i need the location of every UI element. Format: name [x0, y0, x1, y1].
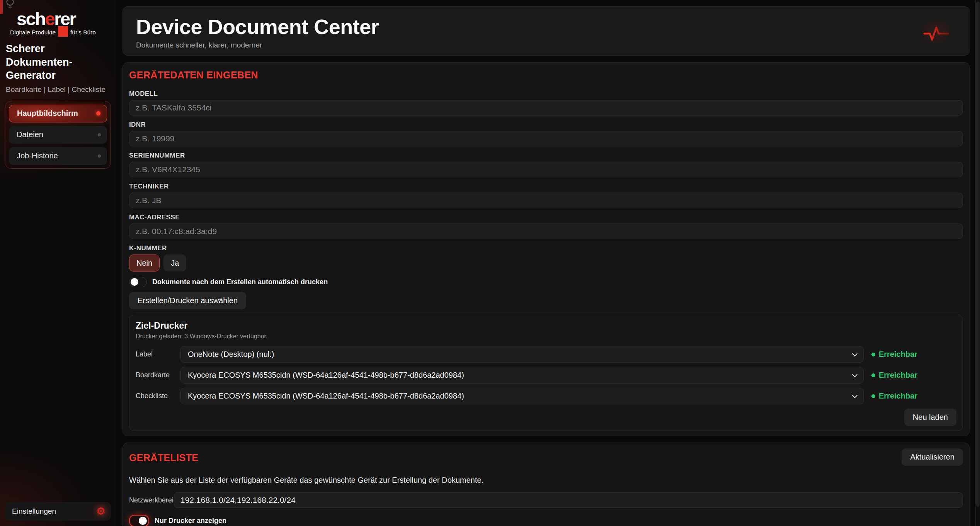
- printer-row-checkliste: Checkliste Kyocera ECOSYS M6535cidn (WSD…: [136, 388, 956, 404]
- brand-wordmark: scherer: [17, 11, 111, 27]
- page-subtitle: Dokumente schneller, klarer, moderner: [136, 41, 956, 49]
- chevron-down-icon: [852, 393, 858, 398]
- field-mac-adresse: MAC-ADRESSE: [129, 214, 963, 239]
- indicator-dot: [98, 154, 101, 158]
- toggle-knob: [131, 278, 138, 286]
- field-label: MODELL: [129, 90, 963, 98]
- printer-only-row: Nur Drucker anzeigen: [129, 515, 963, 526]
- nav-item-label: Hauptbildschirm: [17, 109, 78, 118]
- network-range-row: Netzwerkbereich: [129, 492, 963, 508]
- brand-accent-letter: e: [45, 8, 54, 29]
- main-content: Device Document Center Dokumente schnell…: [116, 0, 980, 526]
- printers-loaded-status: Drucker geladen: 3 Windows-Drucker verfü…: [136, 333, 956, 340]
- target-printer-title: Ziel-Drucker: [136, 321, 956, 331]
- printer-only-toggle[interactable]: [129, 515, 149, 526]
- app-root: scherer Digitale Produkte für's Büro Sch…: [0, 0, 980, 526]
- target-printer-panel: Ziel-Drucker Drucker geladen: 3 Windows-…: [129, 315, 963, 431]
- field-label: SERIENNUMMER: [129, 152, 963, 159]
- knummer-nein-button[interactable]: Nein: [129, 255, 160, 271]
- printer-status: Erreichbar: [864, 371, 956, 380]
- row-label: Label: [136, 350, 180, 358]
- idnr-input[interactable]: [129, 131, 963, 146]
- sidebar-item-job-historie[interactable]: Job-Historie: [9, 147, 107, 165]
- reload-row: Neu laden: [136, 409, 956, 426]
- scrollbar-thumb[interactable]: [976, 2, 980, 507]
- field-modell: MODELL: [129, 90, 963, 115]
- label-printer-select[interactable]: OneNote (Desktop) (nul:): [180, 346, 864, 363]
- chevron-down-icon: [852, 351, 858, 356]
- seriennummer-input[interactable]: [129, 162, 963, 177]
- page-title: Device Document Center: [136, 16, 956, 38]
- status-text: Erreichbar: [879, 371, 917, 380]
- checkliste-printer-select[interactable]: Kyocera ECOSYS M6535cidn (WSD-64a126af-4…: [180, 388, 864, 404]
- brand-prefix: sch: [17, 8, 45, 29]
- device-list-heading: GERÄTELISTE: [129, 452, 198, 463]
- auto-print-toggle[interactable]: [129, 277, 147, 287]
- tagline-left: Digitale Produkte: [10, 29, 56, 36]
- row-label: Boardkarte: [136, 371, 180, 379]
- network-range-input[interactable]: [174, 492, 963, 508]
- globe-icon: [5, 0, 15, 9]
- active-indicator-dot: [96, 111, 100, 115]
- field-label: MAC-ADRESSE: [129, 214, 963, 221]
- create-print-select-button[interactable]: Erstellen/Drucken auswählen: [129, 292, 246, 309]
- knummer-ja-button[interactable]: Ja: [163, 255, 186, 271]
- refresh-device-list-button[interactable]: Aktualisieren: [902, 448, 963, 466]
- knummer-options: Nein Ja: [129, 255, 963, 271]
- page-header: Device Document Center Dokumente schnell…: [122, 6, 970, 56]
- field-label: TECHNIKER: [129, 183, 963, 190]
- brand-suffix: rer: [54, 8, 75, 29]
- scrollbar[interactable]: [975, 0, 980, 526]
- toggle-knob: [139, 517, 147, 525]
- status-dot-icon: [871, 394, 875, 398]
- status-text: Erreichbar: [879, 392, 917, 400]
- device-data-heading: GERÄTEDATEN EINGEBEN: [129, 70, 963, 81]
- status-text: Erreichbar: [879, 350, 917, 359]
- selected-printer: OneNote (Desktop) (nul:): [188, 350, 274, 359]
- field-seriennummer: SERIENNUMMER: [129, 152, 963, 177]
- boardkarte-printer-select[interactable]: Kyocera ECOSYS M6535cidn (WSD-64a126af-4…: [180, 367, 864, 383]
- printer-row-boardkarte: Boardkarte Kyocera ECOSYS M6535cidn (WSD…: [136, 367, 956, 383]
- corner-accent-strip: [0, 0, 3, 14]
- row-label: Checkliste: [136, 392, 180, 400]
- sidebar: scherer Digitale Produkte für's Büro Sch…: [0, 0, 116, 526]
- device-list-description: Wählen Sie aus der Liste der verfügbaren…: [129, 476, 963, 485]
- sidebar-item-hauptbildschirm[interactable]: Hauptbildschirm: [9, 105, 107, 122]
- device-list-panel: GERÄTELISTE Aktualisieren Wählen Sie aus…: [122, 443, 970, 526]
- device-data-panel: GERÄTEDATEN EINGEBEN MODELL IDNR SERIENN…: [122, 62, 970, 436]
- field-idnr: IDNR: [129, 121, 963, 146]
- sidebar-subtitle: Boardkarte | Label | Checkliste: [6, 85, 111, 94]
- printer-status: Erreichbar: [864, 350, 956, 359]
- nav-item-label: Job-Historie: [17, 151, 58, 160]
- logo-red-square: [58, 26, 68, 37]
- sidebar-item-dateien[interactable]: Dateien: [9, 126, 107, 144]
- device-list-heading-row: GERÄTELISTE Aktualisieren: [129, 448, 963, 466]
- network-range-label: Netzwerkbereich: [129, 496, 174, 504]
- field-label: IDNR: [129, 121, 963, 129]
- selected-printer: Kyocera ECOSYS M6535cidn (WSD-64a126af-4…: [188, 392, 464, 400]
- heartbeat-pulse-icon: [924, 24, 949, 45]
- nav-item-label: Dateien: [17, 130, 43, 139]
- mac-adresse-input[interactable]: [129, 224, 963, 239]
- techniker-input[interactable]: [129, 193, 963, 208]
- sidebar-title: Scherer Dokumenten-Generator: [6, 42, 111, 82]
- settings-label: Einstellungen: [12, 507, 56, 516]
- reload-printers-button[interactable]: Neu laden: [904, 409, 956, 426]
- printer-status: Erreichbar: [864, 392, 956, 400]
- scherer-logo: scherer Digitale Produkte für's Büro: [17, 11, 111, 36]
- sidebar-nav: Hauptbildschirm Dateien Job-Historie: [5, 101, 111, 169]
- field-techniker: TECHNIKER: [129, 183, 963, 208]
- chevron-down-icon: [852, 372, 858, 377]
- status-dot-icon: [871, 373, 875, 377]
- modell-input[interactable]: [129, 100, 963, 115]
- sidebar-item-einstellungen[interactable]: Einstellungen ⚙: [5, 502, 111, 521]
- gear-icon: ⚙: [96, 506, 105, 517]
- printer-row-label: Label OneNote (Desktop) (nul:) Erreichba…: [136, 346, 956, 363]
- auto-print-label: Dokumente nach dem Erstellen automatisch…: [152, 278, 328, 286]
- knummer-label: K-NUMMER: [129, 244, 963, 252]
- auto-print-row: Dokumente nach dem Erstellen automatisch…: [129, 277, 963, 287]
- tagline-right: für's Büro: [70, 29, 96, 36]
- selected-printer: Kyocera ECOSYS M6535cidn (WSD-64a126af-4…: [188, 371, 464, 380]
- printer-only-label: Nur Drucker anzeigen: [155, 517, 226, 525]
- status-dot-icon: [871, 353, 875, 356]
